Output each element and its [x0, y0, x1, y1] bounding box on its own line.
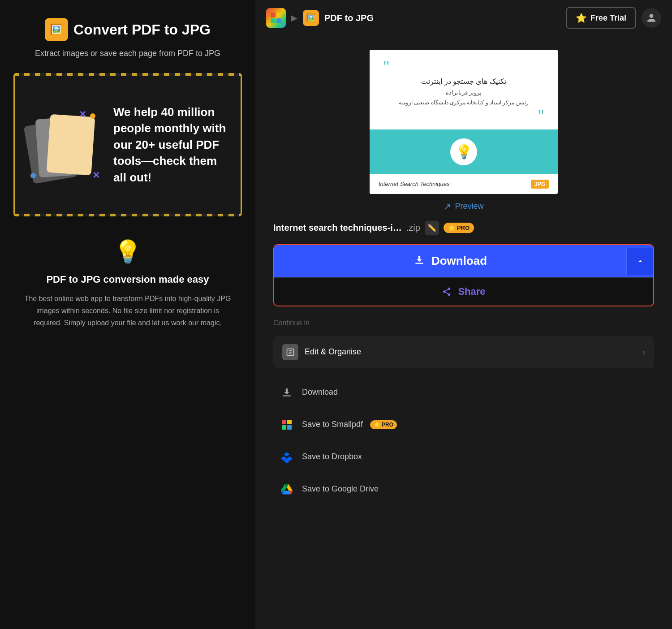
pdf-icon: 🖼️: [45, 18, 68, 41]
logo-blue: [276, 18, 281, 23]
preview-arabic-sub: پرویز قربانزاده: [446, 89, 482, 96]
nav-app-icon: 🖼️: [303, 10, 319, 26]
edit-filename-button[interactable]: ✏️: [425, 221, 439, 235]
feature-desc: The best online web app to transform PDF…: [22, 293, 233, 329]
x-mark-2: ✕: [92, 170, 100, 181]
title-row: 🖼️ Convert PDF to JPG: [45, 18, 211, 41]
pdf-preview-image: " تکنیک های جستجو در اینترنت پرویز قربان…: [370, 50, 558, 194]
chevron-right-icon: ›: [642, 347, 645, 357]
share-button[interactable]: Share: [274, 277, 653, 306]
preview-bottom: Internet Search Techniques JPG: [370, 174, 558, 194]
preview-top: " تکنیک های جستجو در اینترنت پرویز قربان…: [370, 50, 558, 129]
logo-grid: [271, 13, 281, 23]
preview-link[interactable]: ↗ Preview: [444, 201, 483, 212]
download-action-icon: [279, 384, 295, 401]
save-dropbox-item[interactable]: Save to Dropbox: [273, 442, 654, 472]
download-btn-main: Download: [274, 245, 626, 277]
download-button[interactable]: Download: [274, 245, 653, 277]
download-expand-button[interactable]: [626, 248, 653, 275]
save-dropbox-text: Save to Dropbox: [302, 452, 362, 461]
share-icon: [442, 287, 452, 297]
page-title: Convert PDF to JPG: [73, 22, 211, 38]
smallpdf-icon: [279, 417, 295, 433]
left-header: 🖼️ Convert PDF to JPG Extract images or …: [35, 18, 220, 60]
svg-point-1: [443, 290, 446, 293]
edit-organise-left: Edit & Organise: [282, 344, 361, 360]
save-smallpdf-text: Save to Smallpdf: [302, 420, 363, 429]
dot-orange: [90, 113, 95, 119]
bottom-section: 💡 PDF to JPG conversion made easy The be…: [13, 239, 242, 329]
cards-illustration: ✕ ✕: [28, 109, 100, 181]
preview-arabic-title: تکنیک های جستجو در اینترنت: [421, 77, 506, 86]
user-avatar-button[interactable]: [642, 8, 661, 28]
pro-label: PRO: [457, 224, 470, 231]
logo-yellow: [276, 13, 281, 17]
free-trial-label: Free Trial: [590, 13, 626, 23]
pro-star: ⭐: [448, 224, 455, 231]
other-actions: Download Save to Smallpdf ⭐ PRO: [273, 377, 654, 504]
star-icon: ⭐: [576, 13, 587, 23]
svg-point-2: [448, 293, 451, 296]
expand-icon: ↗: [444, 201, 451, 212]
save-gdrive-item[interactable]: Save to Google Drive: [273, 474, 654, 504]
continue-label: Continue in: [273, 319, 654, 327]
filename-ext: .zip: [406, 223, 420, 233]
x-mark-1: ✕: [79, 109, 86, 120]
lightbulb-icon: 💡: [114, 239, 142, 265]
logo-red: [271, 13, 276, 17]
gdrive-icon: [279, 481, 295, 497]
right-panel: ▶ 🖼️ PDF to JPG ⭐ Free Trial " تکنیک های…: [255, 0, 672, 629]
logo-green: [271, 18, 276, 23]
preview-container: " تکنیک های جستجو در اینترنت پرویز قربان…: [273, 50, 654, 212]
pro-badge: ⭐ PRO: [444, 223, 474, 233]
main-content: " تکنیک های جستجو در اینترنت پرویز قربان…: [255, 36, 672, 629]
edit-organise-text: Edit & Organise: [305, 347, 361, 357]
quote-left: ": [383, 60, 390, 73]
download-icon: [414, 254, 425, 268]
left-panel: 🖼️ Convert PDF to JPG Extract images or …: [0, 0, 255, 629]
download-action-text: Download: [302, 388, 338, 397]
nav-app-name: PDF to JPG: [324, 13, 374, 23]
pro-badge-star: ⭐: [374, 422, 380, 428]
preview-link-text: Preview: [455, 202, 483, 211]
dot-blue: [30, 173, 36, 178]
svg-point-0: [448, 287, 451, 290]
action-block: Download Share: [273, 244, 654, 306]
dropbox-icon: [279, 449, 295, 465]
breadcrumb-chevron: ▶: [291, 13, 297, 23]
jpg-badge: JPG: [531, 180, 549, 189]
preview-bulb: 💡: [450, 138, 477, 165]
promo-text: We help 40 million people monthly with o…: [113, 104, 227, 185]
feature-title: PDF to JPG conversion made easy: [46, 274, 209, 285]
pro-badge-text: PRO: [382, 422, 393, 428]
top-nav: ▶ 🖼️ PDF to JPG ⭐ Free Trial: [255, 0, 672, 36]
preview-bottom-text: Internet Search Techniques: [379, 181, 450, 187]
filename-text: Internet search techniques-i…: [273, 223, 402, 233]
smallpdf-pro-badge: ⭐ PRO: [370, 420, 397, 429]
save-smallpdf-item[interactable]: Save to Smallpdf ⭐ PRO: [273, 409, 654, 440]
quote-right: ": [538, 109, 544, 122]
svg-line-4: [445, 289, 448, 291]
page-subtitle: Extract images or save each page from PD…: [35, 47, 220, 60]
edit-organise-icon: [282, 344, 298, 360]
preview-arabic-sub2: رئیس مرکز اسناد و کتابخانه مرکزی دانشگاه…: [399, 99, 529, 106]
filename-row: Internet search techniques-i… .zip ✏️ ⭐ …: [273, 221, 654, 235]
download-action-item[interactable]: Download: [273, 377, 654, 408]
share-label: Share: [458, 286, 485, 297]
free-trial-button[interactable]: ⭐ Free Trial: [566, 7, 636, 29]
download-label: Download: [431, 254, 487, 268]
save-gdrive-text: Save to Google Drive: [302, 484, 379, 494]
promo-box: ✕ ✕ We help 40 million people monthly wi…: [13, 73, 242, 216]
user-icon-svg: [646, 13, 656, 23]
card-3: [47, 114, 95, 176]
preview-teal-section: 💡: [370, 129, 558, 174]
smallpdf-logo[interactable]: [266, 8, 286, 28]
svg-line-3: [445, 292, 448, 294]
edit-organise-item[interactable]: Edit & Organise ›: [273, 336, 654, 368]
